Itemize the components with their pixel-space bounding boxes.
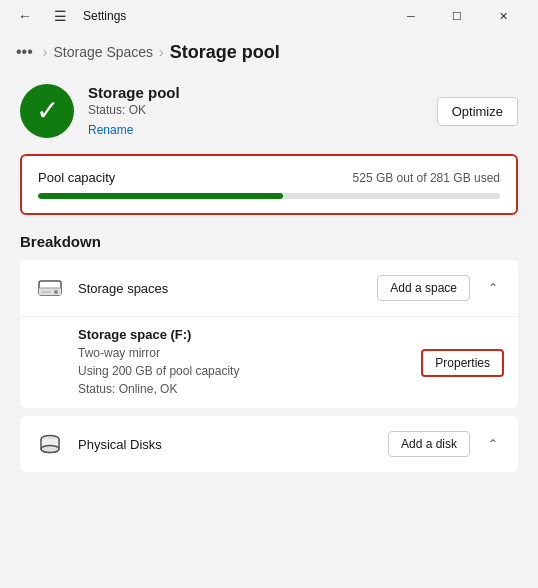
status-icon: ✓ bbox=[20, 84, 74, 138]
pool-title: Storage pool bbox=[88, 84, 180, 101]
main-content: ✓ Storage pool Status: OK Rename Optimiz… bbox=[0, 72, 538, 588]
sub-item-detail1: Two-way mirror bbox=[78, 344, 239, 362]
nav-dots: ••• bbox=[12, 41, 37, 63]
hamburger-button[interactable]: ☰ bbox=[48, 4, 73, 28]
window-title: Settings bbox=[83, 9, 126, 23]
capacity-label: Pool capacity bbox=[38, 170, 115, 185]
properties-button[interactable]: Properties bbox=[421, 349, 504, 377]
svg-point-3 bbox=[54, 290, 58, 294]
close-button[interactable]: ✕ bbox=[480, 0, 526, 32]
nav-item-storage-spaces[interactable]: Storage Spaces bbox=[53, 44, 153, 60]
svg-point-6 bbox=[41, 446, 59, 453]
sub-item-detail3: Status: Online, OK bbox=[78, 380, 239, 398]
optimize-button[interactable]: Optimize bbox=[437, 97, 518, 126]
sub-item-info: Storage space (F:) Two-way mirror Using … bbox=[78, 327, 239, 398]
pool-status: Status: OK bbox=[88, 103, 180, 117]
header-info: Storage pool Status: OK Rename bbox=[88, 84, 180, 138]
storage-space-subitem: Storage space (F:) Two-way mirror Using … bbox=[20, 316, 518, 408]
capacity-row: Pool capacity 525 GB out of 281 GB used bbox=[38, 170, 500, 185]
physical-disks-label: Physical Disks bbox=[78, 437, 376, 452]
add-disk-button[interactable]: Add a disk bbox=[388, 431, 470, 457]
physical-disks-accordion: Physical Disks Add a disk ⌃ bbox=[20, 416, 518, 472]
breakdown-title: Breakdown bbox=[20, 233, 518, 250]
header-card: ✓ Storage pool Status: OK Rename Optimiz… bbox=[20, 84, 518, 138]
sub-item-name: Storage space (F:) bbox=[78, 327, 239, 342]
add-space-button[interactable]: Add a space bbox=[377, 275, 470, 301]
titlebar-controls: ─ ☐ ✕ bbox=[388, 0, 526, 32]
capacity-box: Pool capacity 525 GB out of 281 GB used bbox=[20, 154, 518, 215]
physical-disks-icon bbox=[34, 428, 66, 460]
storage-spaces-header: Storage spaces Add a space ⌃ bbox=[20, 260, 518, 316]
storage-spaces-icon bbox=[34, 272, 66, 304]
titlebar: ← ☰ Settings ─ ☐ ✕ bbox=[0, 0, 538, 32]
navbar: ••• › Storage Spaces › Storage pool bbox=[0, 32, 538, 72]
capacity-value: 525 GB out of 281 GB used bbox=[353, 171, 500, 185]
nav-item-storage-pool: Storage pool bbox=[170, 42, 280, 63]
titlebar-left: ← ☰ Settings bbox=[12, 4, 126, 28]
storage-spaces-accordion: Storage spaces Add a space ⌃ Storage spa… bbox=[20, 260, 518, 408]
minimize-button[interactable]: ─ bbox=[388, 0, 434, 32]
progress-track bbox=[38, 193, 500, 199]
rename-link[interactable]: Rename bbox=[88, 123, 133, 137]
restore-button[interactable]: ☐ bbox=[434, 0, 480, 32]
nav-sep-1: › bbox=[43, 44, 48, 60]
physical-disks-header: Physical Disks Add a disk ⌃ bbox=[20, 416, 518, 472]
sub-item-detail2: Using 200 GB of pool capacity bbox=[78, 362, 239, 380]
storage-spaces-label: Storage spaces bbox=[78, 281, 365, 296]
nav-sep-2: › bbox=[159, 44, 164, 60]
header-left: ✓ Storage pool Status: OK Rename bbox=[20, 84, 180, 138]
checkmark-icon: ✓ bbox=[36, 97, 59, 125]
progress-fill bbox=[38, 193, 283, 199]
storage-spaces-chevron[interactable]: ⌃ bbox=[482, 277, 504, 299]
back-button[interactable]: ← bbox=[12, 4, 38, 28]
physical-disks-chevron[interactable]: ⌃ bbox=[482, 433, 504, 455]
